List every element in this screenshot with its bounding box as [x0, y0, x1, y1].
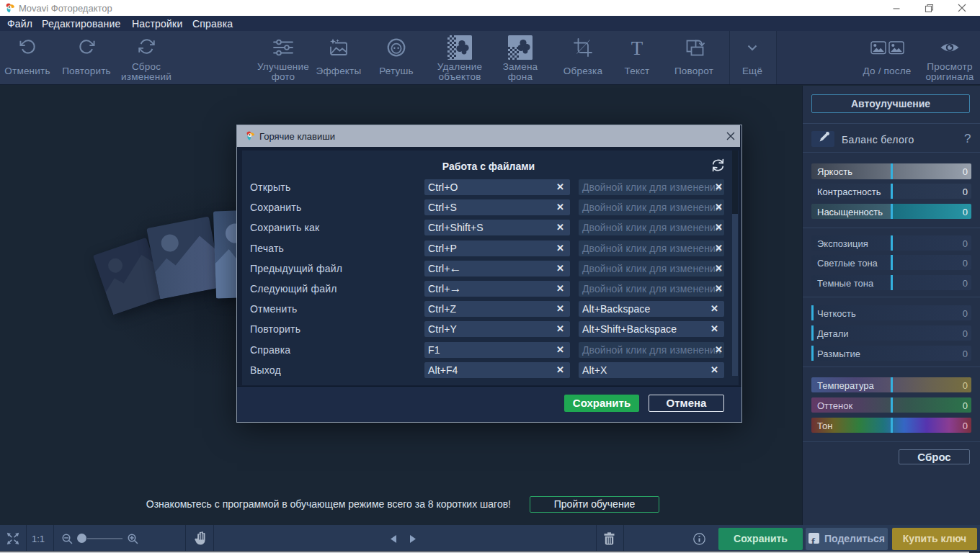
svg-text:T: T	[631, 38, 643, 57]
